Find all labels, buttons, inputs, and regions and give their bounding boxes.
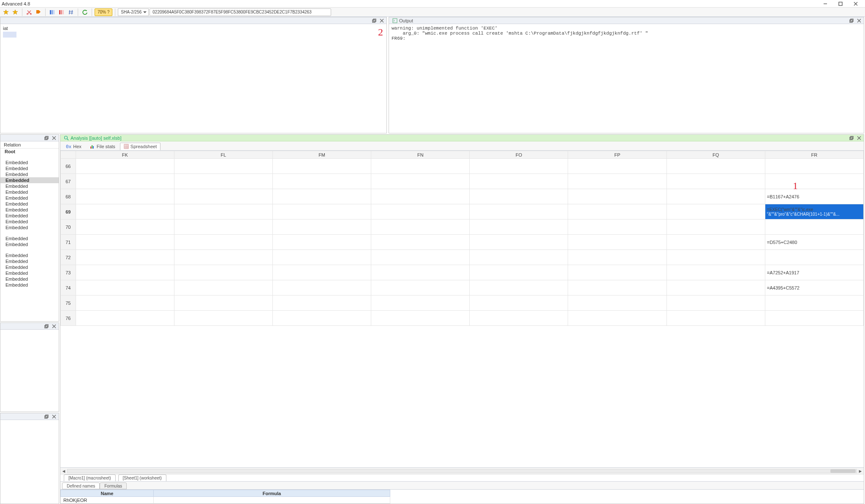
cell[interactable] — [76, 295, 174, 311]
sheet-tab[interactable]: [Macro1] (macrosheet) — [64, 474, 116, 481]
spreadsheet-grid[interactable]: 1 FKFLFMFNFOFPFQFR 666768=B1167+A247669=… — [60, 151, 864, 467]
undock-icon[interactable] — [44, 324, 49, 329]
scroll-right-icon[interactable]: ► — [857, 468, 864, 474]
cell[interactable] — [273, 235, 371, 250]
column-header[interactable]: FN — [371, 151, 470, 159]
bars-blue-icon[interactable] — [48, 8, 57, 16]
cell[interactable] — [371, 174, 470, 189]
tag-icon[interactable] — [34, 8, 43, 16]
cell[interactable] — [568, 295, 666, 311]
tree-item-embedded[interactable]: Embedded — [0, 201, 59, 207]
row-header[interactable]: 74 — [61, 280, 76, 295]
cell[interactable] — [76, 280, 174, 295]
cell[interactable] — [470, 159, 568, 174]
cut-icon[interactable] — [25, 8, 33, 16]
close-icon[interactable] — [856, 135, 862, 141]
defined-name-cell[interactable]: RhOKjEOR — [61, 497, 154, 504]
cell[interactable] — [765, 174, 863, 189]
cell[interactable] — [371, 250, 470, 265]
cell[interactable] — [765, 219, 863, 235]
cell[interactable] — [273, 189, 371, 204]
cell[interactable] — [470, 204, 568, 219]
cell[interactable] — [765, 250, 863, 265]
cell[interactable] — [568, 204, 666, 219]
cell[interactable] — [273, 295, 371, 311]
cell[interactable] — [174, 204, 272, 219]
column-header[interactable]: FO — [470, 151, 568, 159]
tree-item-embedded[interactable]: Embedded — [0, 213, 59, 219]
cell[interactable] — [666, 280, 765, 295]
close-icon[interactable] — [379, 18, 385, 23]
cell[interactable] — [470, 174, 568, 189]
col-header-formula[interactable]: Formula — [154, 490, 390, 497]
cell[interactable] — [568, 250, 666, 265]
cell[interactable] — [174, 295, 272, 311]
column-header[interactable]: FL — [174, 151, 272, 159]
cell[interactable] — [371, 189, 470, 204]
row-header[interactable]: 67 — [61, 174, 76, 189]
cell[interactable] — [76, 235, 174, 250]
sheet-tab[interactable]: [Sheet1] (worksheet) — [118, 474, 166, 481]
scroll-left-icon[interactable]: ◄ — [60, 468, 67, 474]
cell[interactable]: =B1167+A2476 — [765, 189, 863, 204]
cell[interactable] — [568, 265, 666, 280]
row-header[interactable]: 66 — [61, 159, 76, 174]
row-header[interactable]: 68 — [61, 189, 76, 204]
cell[interactable] — [273, 174, 371, 189]
cell[interactable] — [470, 250, 568, 265]
tree-item-embedded[interactable]: Embedded — [0, 177, 59, 183]
cell[interactable] — [76, 189, 174, 204]
tab-formulas[interactable]: Formulas — [100, 482, 127, 489]
cell[interactable] — [371, 204, 470, 219]
cell[interactable] — [371, 159, 470, 174]
cell[interactable]: =A7252+A1917 — [765, 265, 863, 280]
undock-icon[interactable] — [849, 135, 854, 141]
bars-red-icon[interactable] — [57, 8, 66, 16]
column-header[interactable]: FR — [765, 151, 863, 159]
cell[interactable] — [174, 174, 272, 189]
minimize-button[interactable] — [820, 1, 830, 7]
cell[interactable] — [666, 295, 765, 311]
cell[interactable] — [76, 219, 174, 235]
tab-spreadsheet[interactable]: Spreadsheet — [120, 143, 160, 150]
tree-root[interactable]: Root — [0, 149, 59, 154]
cell[interactable] — [568, 189, 666, 204]
maximize-button[interactable] — [835, 1, 846, 7]
cell[interactable] — [174, 280, 272, 295]
row-header[interactable]: 69 — [61, 204, 76, 219]
cell[interactable] — [666, 250, 765, 265]
cell[interactable] — [76, 265, 174, 280]
cell[interactable] — [666, 219, 765, 235]
cell[interactable] — [174, 311, 272, 326]
cell[interactable] — [470, 189, 568, 204]
tree-item-embedded[interactable]: Embedded — [0, 264, 59, 270]
cell[interactable] — [568, 311, 666, 326]
cell[interactable] — [470, 265, 568, 280]
cell[interactable] — [273, 159, 371, 174]
cell[interactable] — [76, 174, 174, 189]
cell[interactable] — [174, 159, 272, 174]
cell[interactable]: =A4395+C5572 — [765, 280, 863, 295]
scroll-thumb[interactable] — [830, 469, 856, 473]
cell[interactable] — [273, 204, 371, 219]
tree-item-embedded[interactable]: Embedded — [0, 270, 59, 276]
cell[interactable] — [273, 250, 371, 265]
cell[interactable] — [371, 235, 470, 250]
cell[interactable] — [174, 250, 272, 265]
cell[interactable] — [666, 174, 765, 189]
tree-item-embedded[interactable]: Embedded — [0, 241, 59, 247]
tree-item-embedded[interactable]: Embedded — [0, 189, 59, 195]
tree-item-embedded[interactable]: Embedded — [0, 236, 59, 241]
hash-value-field[interactable]: 02209684A5F0C380F398372F87E5F98FC53800FE… — [150, 8, 331, 16]
tree-column-header[interactable]: Relation — [0, 141, 59, 149]
cell[interactable] — [470, 219, 568, 235]
tree-item-embedded[interactable]: Embedded — [0, 258, 59, 264]
cell[interactable] — [371, 295, 470, 311]
tree-item-embedded[interactable]: Embedded — [0, 183, 59, 189]
cell[interactable] — [371, 219, 470, 235]
cell[interactable] — [470, 235, 568, 250]
cell[interactable] — [666, 265, 765, 280]
undock-icon[interactable] — [371, 18, 377, 23]
cell[interactable] — [765, 295, 863, 311]
tree-item-embedded[interactable]: Embedded — [0, 160, 59, 165]
